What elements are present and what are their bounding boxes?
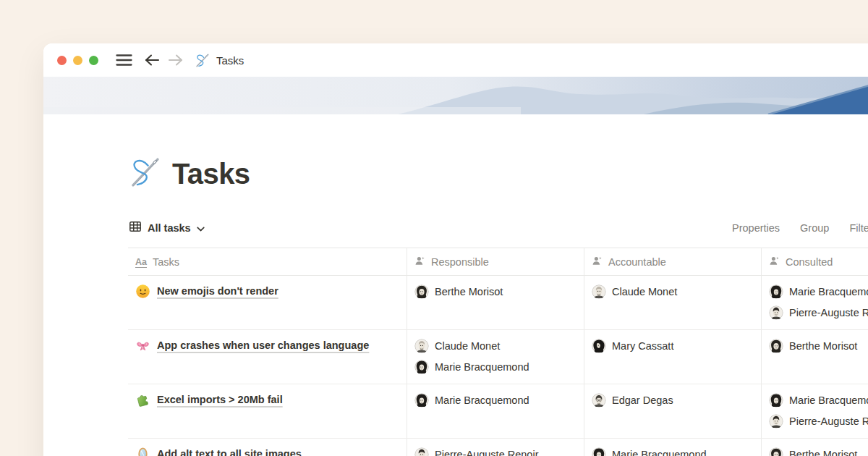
column-header-responsible[interactable]: Responsible bbox=[407, 248, 584, 275]
title-property-icon: Aa bbox=[135, 256, 147, 267]
avatar bbox=[592, 339, 606, 353]
task-cell[interactable]: New emojis don't render bbox=[128, 276, 407, 329]
column-header-accountable[interactable]: Accountable bbox=[584, 248, 762, 275]
table-row: Excel imports > 20Mb failMarie Bracquemo… bbox=[128, 384, 868, 439]
table-row: New emojis don't renderBerthe MorisotCla… bbox=[128, 276, 868, 330]
people-cell[interactable]: Marie BracquemondPierre-Auguste Renoir bbox=[762, 384, 868, 438]
person-property-icon bbox=[414, 256, 425, 269]
smiley-emoji bbox=[135, 283, 150, 302]
column-header-tasks[interactable]: AaTasks bbox=[128, 248, 407, 275]
task-title[interactable]: Excel imports > 20Mb fail bbox=[157, 392, 283, 408]
forward-arrow-icon[interactable] bbox=[168, 54, 183, 66]
avatar bbox=[414, 393, 429, 408]
person-chip[interactable]: Marie Bracquemond bbox=[769, 283, 868, 300]
column-header-consulted[interactable]: Consulted bbox=[762, 248, 868, 275]
table-view-icon bbox=[129, 220, 142, 236]
task-title[interactable]: Add alt text to all site images bbox=[157, 446, 302, 456]
avatar bbox=[769, 284, 783, 299]
avatar bbox=[769, 305, 783, 320]
people-cell[interactable]: Marie Bracquemond bbox=[584, 439, 762, 456]
person-chip[interactable]: Mary Cassatt bbox=[592, 337, 754, 355]
people-cell[interactable]: Mary Cassatt bbox=[584, 330, 762, 384]
person-name: Pierre-Auguste Renoir bbox=[435, 449, 538, 456]
page-cover-image bbox=[43, 77, 868, 114]
page-header: Tasks bbox=[128, 156, 250, 192]
person-name: Marie Bracquemond bbox=[435, 394, 529, 406]
person-chip[interactable]: Berthe Morisot bbox=[769, 446, 868, 456]
person-chip[interactable]: Marie Bracquemond bbox=[592, 446, 754, 456]
page-title[interactable]: Tasks bbox=[172, 158, 250, 190]
people-cell[interactable]: Berthe Morisot bbox=[407, 276, 584, 329]
sidebar-menu-icon[interactable] bbox=[116, 54, 132, 67]
person-name: Mary Cassatt bbox=[612, 340, 673, 352]
app-window: Tasks Tasks All ta bbox=[43, 43, 868, 456]
avatar bbox=[414, 339, 429, 353]
person-chip[interactable]: Claude Monet bbox=[592, 283, 754, 300]
person-chip[interactable]: Pierre-Auguste Renoir bbox=[769, 413, 868, 430]
avatar bbox=[592, 393, 606, 408]
person-name: Edgar Degas bbox=[612, 394, 673, 406]
person-chip[interactable]: Pierre-Auguste Renoir bbox=[414, 446, 576, 456]
needle-icon bbox=[195, 53, 210, 68]
avatar bbox=[414, 360, 429, 374]
toolbar-group-button[interactable]: Group bbox=[800, 222, 829, 234]
toolbar-properties-button[interactable]: Properties bbox=[732, 222, 780, 234]
person-chip[interactable]: Marie Bracquemond bbox=[414, 392, 576, 409]
person-name: Marie Bracquemond bbox=[789, 394, 868, 406]
avatar bbox=[414, 284, 429, 299]
view-name: All tasks bbox=[148, 222, 191, 234]
avatar bbox=[769, 393, 783, 408]
person-name: Berthe Morisot bbox=[789, 449, 857, 456]
back-arrow-icon[interactable] bbox=[145, 54, 160, 66]
person-name: Pierre-Auguste Renoir bbox=[789, 415, 868, 427]
avatar bbox=[769, 414, 783, 428]
people-cell[interactable]: Marie BracquemondPierre-Auguste Renoir bbox=[762, 276, 868, 329]
breadcrumb-page-title[interactable]: Tasks bbox=[216, 54, 244, 67]
person-chip[interactable]: Marie Bracquemond bbox=[769, 392, 868, 409]
person-name: Marie Bracquemond bbox=[789, 286, 868, 297]
avatar bbox=[414, 447, 429, 456]
person-chip[interactable]: Claude Monet bbox=[414, 337, 576, 355]
avatar bbox=[769, 447, 783, 456]
task-title[interactable]: App crashes when user changes language bbox=[157, 337, 369, 354]
people-cell[interactable]: Pierre-Auguste Renoir bbox=[407, 439, 584, 456]
person-chip[interactable]: Berthe Morisot bbox=[414, 283, 576, 300]
person-name: Claude Monet bbox=[612, 286, 677, 297]
toolbar-filter-button[interactable]: Filter bbox=[849, 222, 868, 234]
people-cell[interactable]: Marie Bracquemond bbox=[407, 384, 584, 438]
close-window-button[interactable] bbox=[57, 56, 67, 65]
people-cell[interactable]: Berthe Morisot bbox=[762, 330, 868, 384]
person-chip[interactable]: Edgar Degas bbox=[592, 392, 754, 409]
zoom-window-button[interactable] bbox=[89, 56, 98, 65]
window-titlebar: Tasks bbox=[43, 43, 868, 77]
minimize-window-button[interactable] bbox=[73, 56, 82, 65]
puzzle-emoji bbox=[135, 392, 150, 410]
view-toolbar: PropertiesGroupFilter bbox=[732, 215, 868, 241]
view-bar: All tasks PropertiesGroupFilter bbox=[129, 215, 868, 241]
task-title[interactable]: New emojis don't render bbox=[157, 283, 278, 300]
people-cell[interactable]: Claude Monet bbox=[584, 276, 762, 329]
avatar bbox=[769, 339, 783, 353]
people-cell[interactable]: Claude MonetMarie Bracquemond bbox=[407, 330, 584, 384]
people-cell[interactable]: Berthe Morisot bbox=[762, 439, 868, 456]
tasks-table: AaTasksResponsibleAccountableConsulted N… bbox=[128, 248, 868, 456]
view-switcher[interactable]: All tasks bbox=[129, 215, 205, 241]
person-chip[interactable]: Marie Bracquemond bbox=[414, 358, 576, 376]
person-name: Marie Bracquemond bbox=[435, 361, 529, 373]
needle-icon[interactable] bbox=[128, 156, 161, 192]
chevron-down-icon bbox=[197, 221, 205, 235]
bow-emoji bbox=[135, 337, 150, 356]
task-cell[interactable]: Add alt text to all site images bbox=[128, 439, 407, 456]
person-name: Berthe Morisot bbox=[789, 340, 857, 352]
table-body: New emojis don't renderBerthe MorisotCla… bbox=[128, 276, 868, 456]
column-label: Accountable bbox=[608, 256, 666, 268]
task-cell[interactable]: App crashes when user changes language bbox=[128, 330, 407, 384]
table-row: App crashes when user changes languageCl… bbox=[128, 330, 868, 384]
person-chip[interactable]: Pierre-Auguste Renoir bbox=[769, 304, 868, 321]
people-cell[interactable]: Edgar Degas bbox=[584, 384, 762, 438]
person-chip[interactable]: Berthe Morisot bbox=[769, 337, 868, 355]
table-row: Add alt text to all site imagesPierre-Au… bbox=[128, 439, 868, 456]
avatar bbox=[592, 447, 606, 456]
mirror-emoji bbox=[135, 446, 150, 456]
task-cell[interactable]: Excel imports > 20Mb fail bbox=[128, 384, 407, 438]
